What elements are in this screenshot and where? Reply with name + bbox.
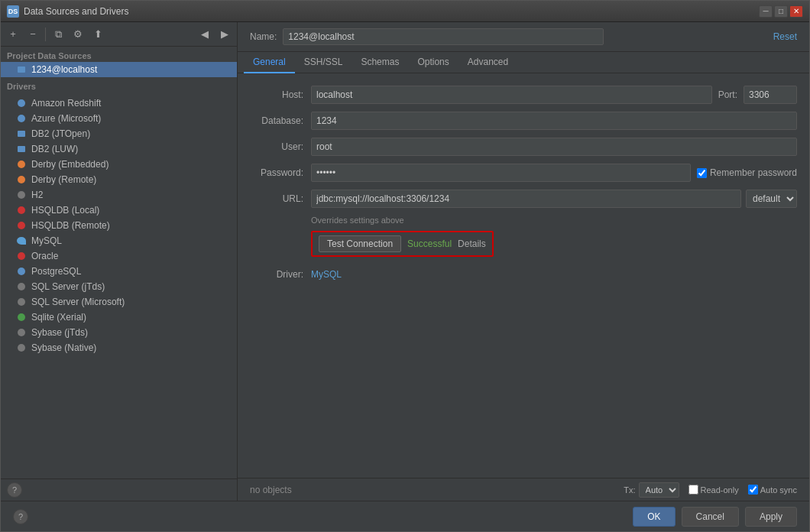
maximize-button[interactable]: □ xyxy=(774,5,788,18)
driver-value[interactable]: MySQL xyxy=(311,269,342,280)
add-button[interactable]: + xyxy=(4,26,22,43)
right-panel: Name: Reset General SSH/SSL Schemas Opti… xyxy=(238,22,809,501)
tab-schemas[interactable]: Schemas xyxy=(352,52,408,73)
driver-item-hsqldb-remote[interactable]: HSQLDB (Remote) xyxy=(1,218,237,233)
driver-item-oracle[interactable]: Oracle xyxy=(1,248,237,264)
remember-password-checkbox-row: Remember password xyxy=(697,167,797,178)
password-input[interactable] xyxy=(311,164,691,182)
driver-icon-hsqldb-local xyxy=(16,205,27,216)
remember-password-label: Remember password xyxy=(710,167,797,178)
apply-button[interactable]: Apply xyxy=(745,507,797,527)
driver-label-derby-embedded: Derby (Embedded) xyxy=(31,159,109,170)
host-row: Host: Port: xyxy=(250,86,797,104)
driver-icon-sqlserver-microsoft xyxy=(16,297,27,307)
reset-link[interactable]: Reset xyxy=(773,31,797,42)
project-sources-label: Project Data Sources xyxy=(1,47,237,62)
main-content: + − ⧉ ⚙ ⬆ ◀ ▶ Project Data Sources 1234@… xyxy=(1,22,809,501)
read-only-checkbox[interactable] xyxy=(688,485,698,495)
help-button[interactable]: ? xyxy=(7,482,22,498)
driver-icon-azure xyxy=(16,113,27,124)
tx-select[interactable]: Auto xyxy=(639,482,679,498)
settings-button[interactable]: ⚙ xyxy=(69,26,87,43)
nav-forward-button[interactable]: ▶ xyxy=(215,26,234,43)
bottom-left: ? xyxy=(13,509,28,524)
footer-controls: Tx: Auto Read-only Auto sync xyxy=(624,482,797,498)
user-input[interactable] xyxy=(311,138,797,156)
tab-advanced[interactable]: Advanced xyxy=(458,52,517,73)
cancel-button[interactable]: Cancel xyxy=(682,507,739,527)
host-input[interactable] xyxy=(311,86,712,104)
datasource-item-selected[interactable]: 1234@localhost xyxy=(1,62,237,77)
port-input[interactable] xyxy=(744,86,797,104)
driver-icon-amazon-redshift xyxy=(16,98,27,109)
right-header: Name: Reset xyxy=(238,22,809,52)
driver-item-azure[interactable]: Azure (Microsoft) xyxy=(1,111,237,126)
bottom-help-button[interactable]: ? xyxy=(13,509,28,524)
driver-item-sqlserver-microsoft[interactable]: SQL Server (Microsoft) xyxy=(1,294,237,310)
driver-icon-derby-remote xyxy=(16,174,27,185)
details-link[interactable]: Details xyxy=(458,238,486,249)
driver-label-h2: H2 xyxy=(31,190,43,200)
driver-label-postgresql: PostgreSQL xyxy=(31,266,81,277)
tab-ssh-ssl[interactable]: SSH/SSL xyxy=(295,52,352,73)
driver-icon-sybase-jtds xyxy=(16,327,27,338)
test-connection-button[interactable]: Test Connection xyxy=(319,235,401,252)
password-label: Password: xyxy=(250,167,311,178)
tx-label: Tx: xyxy=(624,485,635,495)
remember-password-checkbox[interactable] xyxy=(697,168,707,178)
bottom-right: OK Cancel Apply xyxy=(633,507,797,527)
driver-icon-hsqldb-remote xyxy=(16,220,27,231)
driver-label-sqlserver-microsoft: SQL Server (Microsoft) xyxy=(31,297,125,307)
tab-options[interactable]: Options xyxy=(408,52,458,73)
left-toolbar: + − ⧉ ⚙ ⬆ ◀ ▶ xyxy=(1,22,237,47)
minimize-button[interactable]: ─ xyxy=(759,5,773,18)
driver-label-derby-remote: Derby (Remote) xyxy=(31,174,96,185)
port-label: Port: xyxy=(718,89,737,100)
ok-button[interactable]: OK xyxy=(633,507,675,527)
copy-button[interactable]: ⧉ xyxy=(49,26,67,43)
main-window: DS Data Sources and Drivers ─ □ ✕ + − ⧉ … xyxy=(0,0,810,532)
driver-label-sqlserver-jtds: SQL Server (jTds) xyxy=(31,281,105,292)
import-button[interactable]: ⬆ xyxy=(89,26,107,43)
driver-item-h2[interactable]: H2 xyxy=(1,187,237,203)
drivers-label: Drivers xyxy=(1,77,237,92)
driver-item-mysql[interactable]: MySQL xyxy=(1,233,237,248)
driver-item-derby-remote[interactable]: Derby (Remote) xyxy=(1,172,237,187)
nav-back-button[interactable]: ◀ xyxy=(196,26,214,43)
tab-general[interactable]: General xyxy=(244,52,295,73)
user-label: User: xyxy=(250,141,311,152)
database-input[interactable] xyxy=(311,112,797,130)
driver-item-sybase-jtds[interactable]: Sybase (jTds) xyxy=(1,325,237,340)
tabs-bar: General SSH/SSL Schemas Options Advanced xyxy=(238,52,809,73)
driver-label-db2-luw: DB2 (LUW) xyxy=(31,144,78,154)
no-objects-text: no objects xyxy=(250,485,292,495)
remove-button[interactable]: − xyxy=(24,26,42,43)
driver-item-sqlite[interactable]: Sqlite (Xerial) xyxy=(1,310,237,325)
driver-icon-postgresql xyxy=(16,266,27,277)
left-panel: + − ⧉ ⚙ ⬆ ◀ ▶ Project Data Sources 1234@… xyxy=(1,22,238,501)
name-input[interactable] xyxy=(283,28,604,45)
driver-label-sybase-jtds: Sybase (jTds) xyxy=(31,327,88,338)
host-label: Host: xyxy=(250,89,311,100)
driver-item-db2-luw[interactable]: DB2 (LUW) xyxy=(1,141,237,157)
driver-item-postgresql[interactable]: PostgreSQL xyxy=(1,264,237,279)
driver-label-mysql: MySQL xyxy=(31,235,62,246)
driver-item-db2-jtopen[interactable]: DB2 (JTOpen) xyxy=(1,126,237,141)
auto-sync-checkbox[interactable] xyxy=(748,485,758,495)
driver-item-sybase-native[interactable]: Sybase (Native) xyxy=(1,340,237,355)
driver-label-azure: Azure (Microsoft) xyxy=(31,113,101,124)
close-button[interactable]: ✕ xyxy=(789,5,803,18)
driver-item-hsqldb-local[interactable]: HSQLDB (Local) xyxy=(1,203,237,218)
datasource-item-label: 1234@localhost xyxy=(31,64,97,75)
driver-item-amazon-redshift[interactable]: Amazon Redshift xyxy=(1,96,237,111)
driver-item-sqlserver-jtds[interactable]: SQL Server (jTds) xyxy=(1,279,237,294)
driver-item-derby-embedded[interactable]: Derby (Embedded) xyxy=(1,157,237,172)
test-connection-area: Test Connection Successful Details xyxy=(311,231,494,257)
url-input[interactable] xyxy=(311,190,741,208)
driver-label-sqlite: Sqlite (Xerial) xyxy=(31,312,86,323)
driver-label-hsqldb-local: HSQLDB (Local) xyxy=(31,205,99,216)
driver-label-hsqldb-remote: HSQLDB (Remote) xyxy=(31,220,110,231)
url-type-select[interactable]: default xyxy=(746,190,797,208)
driver-icon-oracle xyxy=(16,251,27,261)
driver-icon-sybase-native xyxy=(16,342,27,353)
